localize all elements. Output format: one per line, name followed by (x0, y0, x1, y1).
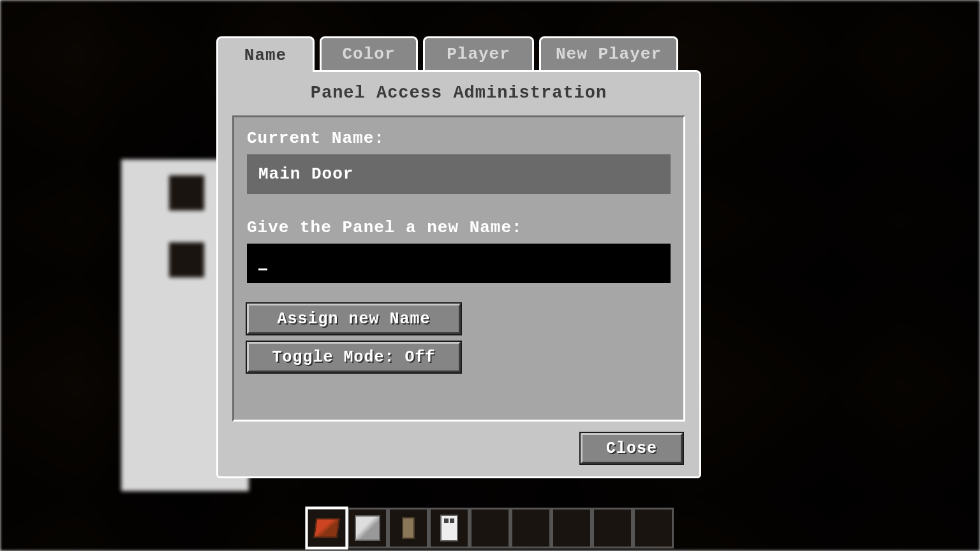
hotbar (306, 508, 674, 551)
cube-item-icon (353, 513, 382, 543)
toggle-mode-button[interactable]: Toggle Mode: Off (247, 342, 461, 372)
tab-color[interactable]: Color (320, 36, 418, 72)
hotbar-slot-3[interactable] (388, 508, 429, 548)
tab-new-player[interactable]: New Player (539, 36, 678, 72)
hotbar-slot-1[interactable] (305, 506, 348, 549)
hotbar-slot-6[interactable] (510, 508, 551, 548)
panel-title: Panel Access Administration (232, 84, 685, 103)
tab-player[interactable]: Player (423, 36, 534, 72)
hotbar-slot-9[interactable] (633, 508, 674, 548)
panel-item-icon (394, 513, 423, 543)
admin-panel: Panel Access Administration Current Name… (216, 70, 701, 478)
door-item-icon (434, 513, 464, 543)
red-item-icon (312, 513, 341, 543)
text-cursor (258, 268, 267, 270)
tab-bar: Name Color Player New Player (216, 36, 678, 72)
close-button[interactable]: Close (581, 433, 683, 464)
assign-name-button[interactable]: Assign new Name (247, 304, 461, 334)
current-name-label: Current Name: (247, 129, 671, 148)
hotbar-slot-5[interactable] (470, 508, 510, 548)
new-name-input[interactable] (247, 244, 671, 283)
hotbar-slot-4[interactable] (429, 508, 470, 548)
panel-body: Current Name: Main Door Give the Panel a… (232, 115, 685, 422)
current-name-value: Main Door (247, 154, 671, 194)
tab-name[interactable]: Name (216, 36, 315, 72)
hotbar-slot-8[interactable] (592, 508, 633, 548)
hotbar-slot-2[interactable] (347, 508, 388, 548)
new-name-label: Give the Panel a new Name: (247, 218, 671, 237)
hotbar-slot-7[interactable] (551, 508, 592, 548)
